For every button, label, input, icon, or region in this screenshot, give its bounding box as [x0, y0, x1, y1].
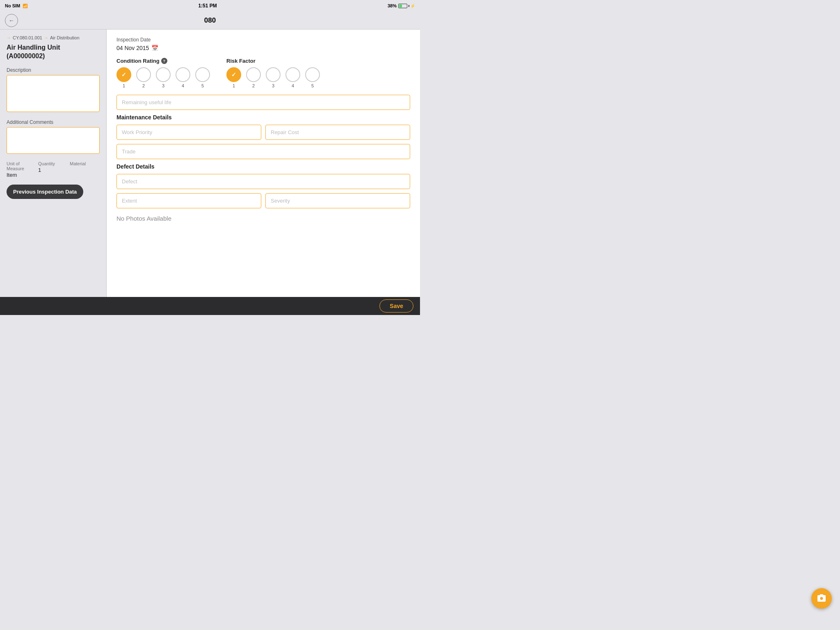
risk-option-2: 2: [246, 67, 261, 88]
additional-comments-label: Additional Comments: [7, 119, 100, 125]
description-input[interactable]: [7, 75, 100, 112]
condition-rating-group: Condition Rating ? ✓ 1 2: [116, 58, 210, 88]
condition-num-4: 4: [182, 83, 184, 88]
status-right: 38% ⚡: [388, 3, 415, 8]
risk-option-5: 5: [305, 67, 320, 88]
repair-cost-input[interactable]: [265, 125, 410, 140]
risk-radio-5[interactable]: [305, 67, 320, 82]
risk-num-4: 4: [292, 83, 294, 88]
condition-radio-row: ✓ 1 2 3 4: [116, 67, 210, 88]
quantity-label: Quantity: [38, 161, 68, 166]
breadcrumb-item-1: CY.080.01.001: [13, 35, 42, 40]
remaining-life-input[interactable]: [116, 95, 410, 110]
meta-grid: Unit of Measure Item Quantity 1 Material: [7, 161, 100, 178]
condition-option-1: ✓ 1: [116, 67, 131, 88]
risk-option-1: ✓ 1: [226, 67, 241, 88]
risk-radio-3[interactable]: [266, 67, 281, 82]
main-layout: → CY.080.01.001 → Air Distribution Air H…: [0, 30, 420, 297]
nav-title: 080: [204, 16, 216, 25]
condition-num-1: 1: [123, 83, 125, 88]
condition-radio-1[interactable]: ✓: [116, 67, 131, 82]
condition-option-4: 4: [176, 67, 190, 88]
check-icon: ✓: [121, 71, 126, 78]
quantity-col: Quantity 1: [38, 161, 68, 178]
condition-radio-4[interactable]: [176, 67, 190, 82]
nav-bar: ← 080: [0, 11, 420, 30]
additional-comments-input[interactable]: [7, 127, 100, 154]
unit-col: Unit of Measure Item: [7, 161, 37, 178]
severity-input[interactable]: [265, 193, 410, 208]
defect-section-title: Defect Details: [116, 163, 410, 170]
quantity-value: 1: [38, 167, 68, 173]
status-left: No SIM 📶: [5, 3, 27, 8]
back-button[interactable]: ←: [5, 14, 18, 27]
back-icon: ←: [9, 17, 14, 24]
battery-pct-label: 38%: [388, 3, 397, 8]
page-title: Air Handling Unit (A00000002): [7, 43, 100, 61]
unit-of-measure-label: Unit of Measure: [7, 161, 37, 171]
risk-num-3: 3: [272, 83, 274, 88]
risk-radio-4[interactable]: [285, 67, 300, 82]
risk-radio-2[interactable]: [246, 67, 261, 82]
breadcrumb: → CY.080.01.001 → Air Distribution: [7, 35, 100, 40]
calendar-icon[interactable]: 📅: [151, 45, 158, 51]
risk-num-2: 2: [252, 83, 255, 88]
condition-option-2: 2: [136, 67, 151, 88]
description-label: Description: [7, 67, 100, 73]
inspection-date-label: Inspection Date: [116, 37, 410, 43]
wifi-icon: 📶: [23, 4, 27, 8]
work-priority-input[interactable]: [116, 125, 261, 140]
maintenance-two-col: [116, 125, 410, 140]
material-col: Material: [70, 161, 100, 178]
risk-factor-group: Risk Factor ✓ 1 2 3: [226, 58, 320, 88]
condition-radio-5[interactable]: [195, 67, 210, 82]
bottom-bar: Save: [0, 297, 420, 315]
condition-option-3: 3: [156, 67, 171, 88]
left-panel: → CY.080.01.001 → Air Distribution Air H…: [0, 30, 107, 297]
status-bar: No SIM 📶 1:51 PM 38% ⚡: [0, 0, 420, 11]
risk-factor-label: Risk Factor: [226, 58, 320, 64]
condition-option-5: 5: [195, 67, 210, 88]
condition-radio-3[interactable]: [156, 67, 171, 82]
save-button[interactable]: Save: [379, 299, 413, 313]
ratings-section: Condition Rating ? ✓ 1 2: [116, 58, 410, 88]
check-icon: ✓: [231, 71, 236, 78]
condition-radio-2[interactable]: [136, 67, 151, 82]
condition-num-2: 2: [142, 83, 145, 88]
charging-icon: ⚡: [410, 4, 415, 8]
material-label: Material: [70, 161, 100, 166]
risk-option-4: 4: [285, 67, 300, 88]
right-panel: Inspection Date 04 Nov 2015 📅 Condition …: [107, 30, 420, 297]
risk-num-5: 5: [311, 83, 314, 88]
risk-option-3: 3: [266, 67, 281, 88]
help-icon[interactable]: ?: [161, 58, 167, 64]
defect-input[interactable]: [116, 174, 410, 189]
condition-num-3: 3: [162, 83, 164, 88]
risk-num-1: 1: [233, 83, 235, 88]
maintenance-section-title: Maintenance Details: [116, 114, 410, 121]
condition-num-5: 5: [201, 83, 204, 88]
status-time: 1:51 PM: [198, 3, 217, 9]
breadcrumb-item-2: Air Distribution: [50, 35, 80, 40]
inspection-date-value: 04 Nov 2015: [116, 45, 149, 51]
prev-inspection-button[interactable]: Previous Inspection Data: [7, 185, 83, 199]
description-section: Description: [7, 67, 100, 114]
risk-radio-row: ✓ 1 2 3 4: [226, 67, 320, 88]
battery-icon: ⚡: [398, 4, 415, 8]
date-row: 04 Nov 2015 📅: [116, 45, 410, 51]
risk-radio-1[interactable]: ✓: [226, 67, 241, 82]
unit-of-measure-value: Item: [7, 172, 37, 178]
no-photos-text: No Photos Available: [116, 215, 410, 222]
defect-two-col: [116, 193, 410, 208]
extent-input[interactable]: [116, 193, 261, 208]
condition-rating-label: Condition Rating ?: [116, 58, 210, 64]
comments-section: Additional Comments: [7, 119, 100, 155]
carrier-label: No SIM: [5, 3, 20, 8]
breadcrumb-arrow-2: →: [44, 35, 48, 40]
trade-input[interactable]: [116, 144, 410, 159]
breadcrumb-arrow-1: →: [7, 35, 11, 40]
